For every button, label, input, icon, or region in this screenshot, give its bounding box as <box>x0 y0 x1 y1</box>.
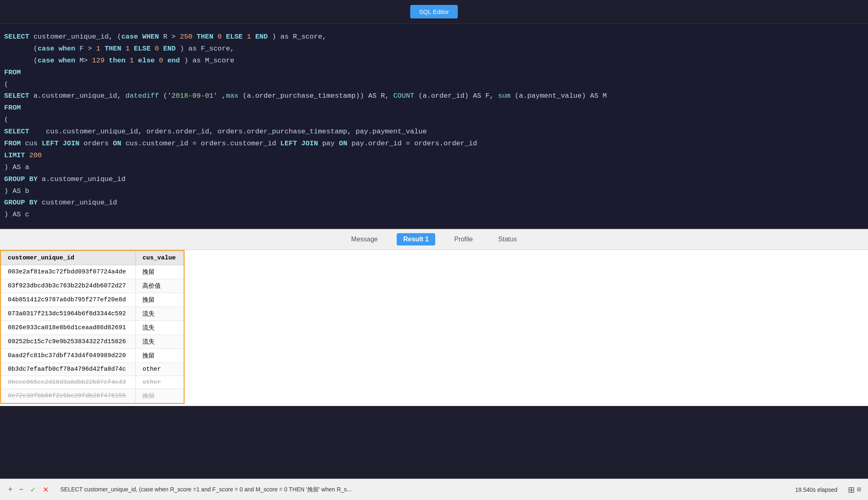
sql-line-3: (case when M> 129 then 1 else 0 end ) as… <box>4 55 864 67</box>
cell-customer-id: 03f923dbcd3b3c763b22b24db6072d27 <box>1 279 136 293</box>
sql-line-7: FROM <box>4 102 864 114</box>
sql-line-14: ) AS b <box>4 186 864 197</box>
cell-cus-value: 流失 <box>136 335 184 349</box>
add-row-button[interactable]: + <box>7 484 14 495</box>
cell-cus-value: other <box>136 376 184 389</box>
tabs-area: Message Result 1 Profile Status <box>0 229 868 250</box>
table-row: 03f923dbcd3b3c763b22b24db6072d27高价值 <box>1 279 184 293</box>
result-table: customer_unique_id cus_value 003e2af81ea… <box>1 251 184 403</box>
cell-customer-id: 0bccc065cc2d16d3a8dbb22b87cf4c43 <box>1 376 136 389</box>
sql-line-11: LIMIT 200 <box>4 150 864 162</box>
tab-result1[interactable]: Result 1 <box>397 233 435 245</box>
cell-customer-id: 0826e933ca018e8b6d1ceaad86d82691 <box>1 321 136 335</box>
cell-cus-value: 流失 <box>136 321 184 335</box>
cell-customer-id: 04b851412c9787a6db795f277ef20e8d <box>1 293 136 307</box>
status-grid-icons: ⊞ ≡ <box>848 485 861 495</box>
tab-status[interactable]: Status <box>492 233 523 245</box>
sql-line-15: GROUP BY customer_unique_id <box>4 197 864 209</box>
cell-cus-value: 高价值 <box>136 279 184 293</box>
cell-customer-id: 09252bc15c7c9e9b2538343227d15826 <box>1 335 136 349</box>
sql-line-16: ) AS c <box>4 209 864 221</box>
col-customer-id: customer_unique_id <box>1 251 136 265</box>
sql-line-6: SELECT a.customer_unique_id, datediff ('… <box>4 90 864 102</box>
cell-customer-id: 073a0317f213dc51964b6f8d3344c592 <box>1 307 136 321</box>
table-row: 0826e933ca018e8b6d1ceaad86d82691流失 <box>1 321 184 335</box>
table-row: 003e2af81ea3c72fbdd093f07724a4de挽留 <box>1 265 184 279</box>
cell-cus-value: 流失 <box>136 307 184 321</box>
cell-cus-value: 挽留 <box>136 349 184 363</box>
table-row: 04b851412c9787a6db795f277ef20e8d挽留 <box>1 293 184 307</box>
cell-cus-value: 挽留 <box>136 293 184 307</box>
header: SQL Editor <box>0 0 868 24</box>
cell-customer-id: 0e72e30fbb86f2e5be20fdb26f476155 <box>1 389 136 403</box>
sql-editor-button[interactable]: SQL Editor <box>410 5 458 18</box>
cell-customer-id: 0aad2fc81bc37dbf743d4f049989d220 <box>1 349 136 363</box>
result-table-wrapper: customer_unique_id cus_value 003e2af81ea… <box>0 250 185 404</box>
sql-line-8: ( <box>4 114 864 126</box>
status-elapsed: 19.540s elapsed <box>795 486 838 493</box>
table-row: 073a0317f213dc51964b6f8d3344c592流失 <box>1 307 184 321</box>
tab-profile[interactable]: Profile <box>448 233 479 245</box>
table-row: 0bccc065cc2d16d3a8dbb22b87cf4c43other <box>1 376 184 389</box>
cell-customer-id: 003e2af81ea3c72fbdd093f07724a4de <box>1 265 136 279</box>
sql-line-12: ) AS a <box>4 162 864 174</box>
tab-message[interactable]: Message <box>345 233 384 245</box>
remove-row-button[interactable]: − <box>18 484 25 495</box>
cell-cus-value: 挽留 <box>136 265 184 279</box>
table-row: 09252bc15c7c9e9b2538343227d15826流失 <box>1 335 184 349</box>
cancel-button[interactable]: ✕ <box>41 484 50 495</box>
sql-line-10: FROM cus LEFT JOIN orders ON cus.custome… <box>4 138 864 150</box>
table-row: 0b3dc7efaafb0cf78a4796d42fa8d74cother <box>1 363 184 376</box>
status-action-icons: + − ✓ ✕ <box>7 484 50 495</box>
table-row: 0e72e30fbb86f2e5be20fdb26f476155挽留 <box>1 389 184 403</box>
sql-line-4: FROM <box>4 67 864 79</box>
grid-view-icon[interactable]: ⊞ <box>848 485 855 495</box>
status-bar: + − ✓ ✕ SELECT customer_unique_id, (case… <box>0 479 868 500</box>
status-sql-preview: SELECT customer_unique_id, (case when R_… <box>60 486 782 493</box>
table-row: 0aad2fc81bc37dbf743d4f049989d220挽留 <box>1 349 184 363</box>
sql-line-13: GROUP BY a.customer_unique_id <box>4 174 864 186</box>
sql-line-9: SELECT cus.customer_unique_id, orders.or… <box>4 126 864 138</box>
sql-editor[interactable]: SELECT customer_unique_id, (case WHEN R … <box>0 24 868 229</box>
cell-cus-value: other <box>136 363 184 376</box>
sql-line-5: ( <box>4 79 864 91</box>
results-table-area: customer_unique_id cus_value 003e2af81ea… <box>0 250 868 406</box>
col-cus-value: cus_value <box>136 251 184 265</box>
sql-line-2: (case when F > 1 THEN 1 ELSE 0 END ) as … <box>4 43 864 55</box>
sql-line-1: SELECT customer_unique_id, (case WHEN R … <box>4 31 864 43</box>
confirm-button[interactable]: ✓ <box>28 484 38 495</box>
cell-customer-id: 0b3dc7efaafb0cf78a4796d42fa8d74c <box>1 363 136 376</box>
list-view-icon[interactable]: ≡ <box>857 485 861 495</box>
cell-cus-value: 挽留 <box>136 389 184 403</box>
